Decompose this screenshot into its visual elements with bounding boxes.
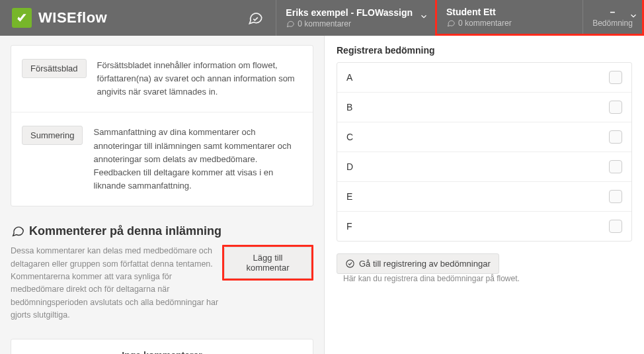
grade-row-a[interactable]: A: [337, 63, 631, 93]
grade-label-b: B: [346, 102, 352, 112]
student-grade-highlight: Student Ett 0 kommentarer – Bedömning: [435, 0, 644, 36]
top-bar: WISEflow Eriks exempel - FLOWassign 0 ko…: [0, 0, 644, 36]
assignment-comments-text: 0 kommentarer: [298, 19, 351, 28]
register-heading: Registrera bedömning: [337, 45, 632, 56]
chevron-down-icon: [419, 12, 428, 24]
grade-label-c: C: [346, 132, 353, 142]
info-row-summary: Summering Sammanfattning av dina komment…: [11, 112, 313, 206]
cover-sheet-button[interactable]: Försättsblad: [22, 59, 87, 78]
grade-label-d: D: [346, 161, 353, 172]
grade-row-c[interactable]: C: [337, 122, 631, 152]
comment-icon: [11, 224, 25, 238]
go-to-register-label: Gå till registrering av bedömningar: [359, 259, 491, 269]
grade-checkbox-e[interactable]: [609, 190, 622, 203]
grade-row-f[interactable]: F: [337, 212, 631, 241]
grade-checkbox-f[interactable]: [609, 220, 622, 233]
left-column: Försättsblad Försättsbladet innehåller i…: [0, 36, 324, 354]
grade-checkbox-b[interactable]: [609, 101, 622, 114]
comments-heading: Kommenterer på denna inlämning: [11, 224, 313, 238]
register-help-text: Här kan du registrera dina bedömningar p…: [343, 274, 520, 283]
brand-logo-icon: [12, 8, 32, 28]
student-name: Student Ett: [446, 7, 573, 17]
main-columns: Försättsblad Försättsbladet innehåller i…: [0, 36, 644, 354]
register-row: Gå till registrering av bedömningar Här …: [337, 253, 632, 283]
comments-body: Dessa kommentarer kan delas med medbedöm…: [11, 245, 313, 322]
go-to-register-button[interactable]: Gå till registrering av bedömningar: [337, 253, 499, 274]
brand[interactable]: WISEflow: [0, 0, 119, 36]
summary-desc: Sammanfattning av dina kommentarer och a…: [93, 126, 302, 193]
grade-row-e[interactable]: E: [337, 182, 631, 212]
grade-value: –: [610, 7, 616, 17]
info-card: Försättsblad Försättsbladet innehåller i…: [11, 45, 313, 206]
grade-checkbox-a[interactable]: [609, 71, 622, 84]
grade-label-a: A: [346, 72, 352, 83]
comments-desc: Dessa kommentarer kan delas med medbedöm…: [11, 245, 222, 322]
grade-label: Bedömning: [592, 19, 633, 28]
top-spacer: [119, 0, 235, 36]
svg-point-0: [346, 260, 354, 267]
student-comments-text: 0 kommentarer: [458, 19, 512, 28]
grade-label-e: E: [346, 191, 352, 202]
summary-button[interactable]: Summering: [22, 126, 83, 145]
brand-text: WISEflow: [38, 9, 107, 26]
check-circle-icon: [345, 259, 355, 269]
chevron-down-icon: [629, 11, 638, 23]
comment-icon: [446, 19, 456, 28]
grade-row-d[interactable]: D: [337, 152, 631, 182]
grade-row-b[interactable]: B: [337, 93, 631, 122]
comments-heading-text: Kommenterer på denna inlämning: [29, 224, 221, 238]
grade-checkbox-d[interactable]: [609, 160, 622, 173]
no-comments-box: Inga kommentarer: [11, 339, 313, 354]
cover-sheet-desc: Försättsbladet innehåller information om…: [97, 59, 302, 99]
right-column: Registrera bedömning A B C D E: [324, 36, 644, 354]
chat-icon[interactable]: [235, 0, 276, 36]
student-comments: 0 kommentarer: [446, 19, 573, 28]
assignment-block[interactable]: Eriks exempel - FLOWassign 0 kommentarer: [276, 0, 435, 36]
grade-checkbox-c[interactable]: [609, 130, 622, 144]
add-comment-highlight: Lägg till kommentar: [222, 245, 313, 281]
assignment-comments: 0 kommentarer: [286, 19, 413, 28]
grade-block[interactable]: – Bedömning: [583, 0, 642, 34]
grade-label-f: F: [346, 221, 352, 232]
student-block[interactable]: Student Ett 0 kommentarer: [437, 0, 583, 34]
comment-icon: [286, 19, 295, 28]
add-comment-button[interactable]: Lägg till kommentar: [224, 247, 311, 279]
assignment-title: Eriks exempel - FLOWassign: [286, 7, 413, 18]
info-row-cover: Försättsblad Försättsbladet innehåller i…: [11, 46, 313, 112]
grade-list: A B C D E F: [337, 62, 632, 242]
